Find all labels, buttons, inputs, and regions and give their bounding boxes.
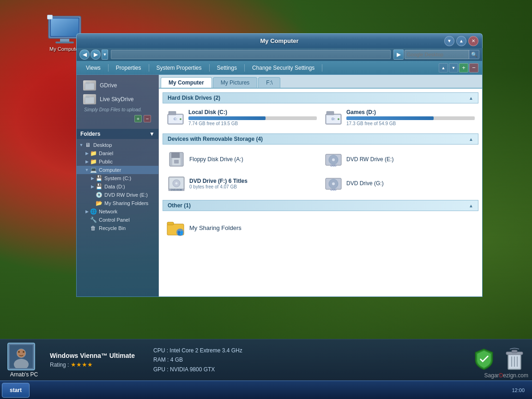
- menu-properties[interactable]: Properties: [110, 63, 147, 73]
- cpu-info: CPU : Intel Core 2 Extreme 3.4 GHz: [153, 346, 242, 355]
- gdrive-item[interactable]: GDrive: [80, 79, 155, 92]
- user-name: Arnab's PC: [10, 371, 38, 378]
- dvd-rw-e-item[interactable]: DVD DVD RW Drive (E:): [321, 148, 477, 170]
- svg-point-46: [17, 349, 25, 357]
- floppy-a-item[interactable]: Floppy Disk Drive (A:): [164, 148, 320, 170]
- back-button[interactable]: ◀: [79, 49, 90, 60]
- cloud-section: GDrive Live SkyDrive Simply Drop Files t…: [77, 75, 158, 129]
- hard-disks-grid: C: Local Disk (C:) 7.74 GB free of 19.5 …: [163, 107, 478, 128]
- svg-rect-4: [55, 42, 74, 43]
- dvd-rw-e-icon: DVD: [325, 151, 342, 168]
- drive-local-c[interactable]: C: Local Disk (C:) 7.74 GB free of 19.5 …: [164, 107, 319, 128]
- tree-item-control-panel[interactable]: 🔧 Control Panel: [77, 216, 158, 224]
- tab-my-computer[interactable]: My Computer: [161, 77, 212, 88]
- other-chevron: ▲: [469, 203, 473, 208]
- tree-item-sharing[interactable]: 📂 My Sharing Folders: [77, 199, 158, 207]
- tree-item-system-c[interactable]: ▶ 💾 System (C:): [77, 174, 158, 182]
- maximize-button[interactable]: ▲: [456, 36, 466, 46]
- forward-button[interactable]: ▶: [91, 49, 101, 60]
- tab-f-drive[interactable]: F:\: [258, 77, 280, 88]
- go-button[interactable]: ▶: [393, 49, 404, 60]
- hard-disks-title: Hard Disk Drives (2): [168, 95, 220, 101]
- drive-d-icon: D:: [324, 109, 343, 126]
- os-name: Windows Vienna™ Ultimate: [50, 352, 135, 359]
- skydrive-label: Live SkyDrive: [100, 96, 133, 103]
- menu-system-properties[interactable]: System Properties: [151, 63, 207, 73]
- sharing-item[interactable]: 👥 My Sharing Folders: [163, 215, 478, 241]
- gdrive-label: GDrive: [100, 82, 117, 89]
- tree-item-public[interactable]: ▶ 📁 Public: [77, 157, 158, 166]
- skydrive-item[interactable]: Live SkyDrive: [80, 92, 155, 106]
- folders-label: Folders: [80, 131, 100, 137]
- tree-item-computer[interactable]: ▼ 💻 Computer: [77, 166, 158, 174]
- dvd-f-sub: 0 bytes free of 4.07 GB: [189, 184, 248, 189]
- menu-settings[interactable]: Settings: [212, 63, 242, 73]
- main-area: GDrive Live SkyDrive Simply Drop Files t…: [76, 75, 483, 297]
- start-button[interactable]: start: [2, 383, 30, 398]
- dvd-f-item[interactable]: DVD-ROM DVD Drive (F:) 6 Titles 0 bytes …: [164, 172, 320, 194]
- menu-right-controls: ▲ ▼ + −: [439, 63, 478, 73]
- tree-item-network[interactable]: ▶ 🌐 Network: [77, 207, 158, 216]
- menu-remove-button[interactable]: −: [469, 63, 478, 73]
- tab-f-drive-label: F:\: [266, 79, 272, 86]
- svg-rect-7: [85, 83, 94, 90]
- menu-down-button[interactable]: ▼: [449, 63, 458, 73]
- address-bar[interactable]: [111, 50, 391, 59]
- tree-label-desktop: Desktop: [93, 142, 112, 148]
- recycle-bin-icon: [504, 347, 525, 373]
- close-button[interactable]: ✕: [468, 36, 478, 46]
- minimize-button[interactable]: ▼: [444, 36, 454, 46]
- menu-up-button[interactable]: ▲: [439, 63, 448, 73]
- folders-expand-icon[interactable]: ▼: [149, 131, 155, 137]
- bottom-bar: Arnab's PC Windows Vienna™ Ultimate Rati…: [0, 339, 532, 381]
- menu-sep-1: [108, 64, 109, 72]
- dvd-f-icon: DVD-ROM: [168, 175, 185, 192]
- taskbar: start 12:00: [0, 381, 532, 399]
- menu-bar: Views Properties System Properties Setti…: [76, 61, 483, 75]
- svg-point-18: [338, 118, 339, 120]
- menu-views[interactable]: Views: [80, 63, 106, 73]
- search-input[interactable]: [405, 50, 469, 59]
- hard-disks-header[interactable]: Hard Disk Drives (2) ▲: [163, 92, 478, 103]
- drive-c-name: Local Disk (C:): [188, 109, 317, 115]
- drive-d-info: Games (D:) 17.3 GB free of 54.9 GB: [346, 109, 475, 126]
- drive-games-d[interactable]: D: Games (D:) 17.3 GB free of 54.9 GB: [322, 107, 477, 128]
- tree-label-computer: Computer: [99, 167, 121, 173]
- cloud-add-button[interactable]: +: [134, 115, 142, 122]
- svg-rect-22: [171, 152, 180, 158]
- tree-item-daniel[interactable]: ▶ 📁 Daniel: [77, 149, 158, 157]
- window-title: My Computer: [260, 37, 298, 44]
- svg-rect-14: [169, 111, 176, 115]
- svg-point-47: [18, 351, 20, 353]
- drive-d-size: 17.3 GB free of 54.9 GB: [346, 121, 475, 126]
- tree-item-dvd-rw-e[interactable]: 💿 DVD RW Drive (E:): [77, 191, 158, 199]
- folder-tree: ▼ 🖥 Desktop ▶ 📁 Daniel ▶ 📁 Public: [77, 139, 158, 234]
- tree-label-data-d: Data (D:): [104, 184, 125, 189]
- menu-add-button[interactable]: +: [459, 63, 468, 73]
- tree-item-data-d[interactable]: ▶ 💾 Data (D:): [77, 182, 158, 191]
- gpu-info: GPU : NVIDIA 9800 GTX: [153, 365, 242, 374]
- tree-label-dvd-rw-e: DVD RW Drive (E:): [104, 192, 148, 198]
- drive-c-icon: C:: [166, 109, 185, 126]
- svg-point-13: [180, 118, 181, 120]
- tab-my-computer-label: My Computer: [169, 79, 204, 86]
- menu-sep-2: [149, 64, 149, 72]
- tree-item-desktop[interactable]: ▼ 🖥 Desktop: [77, 141, 158, 149]
- search-button[interactable]: 🔍: [469, 50, 479, 59]
- gdrive-icon: [83, 80, 96, 91]
- menu-security[interactable]: Change Security Settings: [247, 63, 320, 73]
- hw-info: CPU : Intel Core 2 Extreme 3.4 GHz RAM :…: [153, 346, 242, 374]
- tree-item-recycle-bin[interactable]: 🗑 Recycle Bin: [77, 224, 158, 232]
- dropdown-button[interactable]: ▼: [102, 49, 108, 60]
- dvd-f-info: DVD Drive (F:) 6 Titles 0 bytes free of …: [189, 178, 248, 189]
- dvd-g-item[interactable]: DVD DVD Drive (G:): [321, 172, 477, 194]
- removable-header[interactable]: Devices with Removable Storage (4) ▲: [163, 133, 478, 145]
- svg-text:C:: C:: [174, 117, 177, 121]
- cloud-remove-button[interactable]: −: [144, 115, 151, 122]
- sharing-folder-icon: 👥: [166, 218, 185, 237]
- tree-label-sharing: My Sharing Folders: [104, 200, 148, 206]
- tab-my-pictures[interactable]: My Pictures: [213, 77, 258, 88]
- svg-point-27: [332, 158, 335, 161]
- tree-label-control-panel: Control Panel: [99, 217, 130, 223]
- other-header[interactable]: Other (1) ▲: [163, 200, 478, 211]
